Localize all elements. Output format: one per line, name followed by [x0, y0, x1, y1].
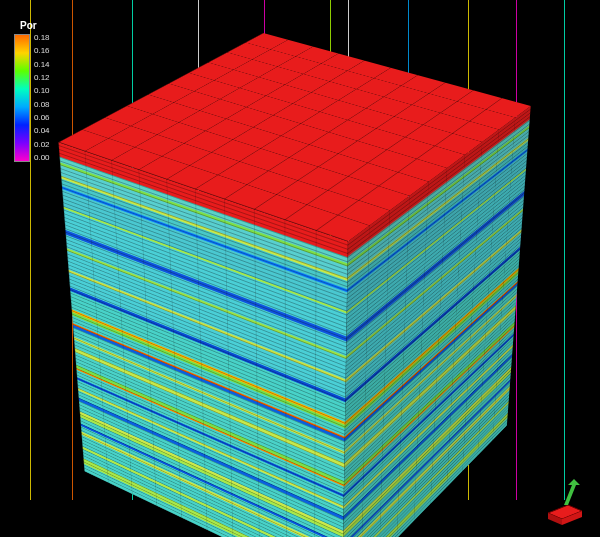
legend-ticks: 0.180.160.140.120.100.080.060.040.020.00 — [30, 34, 50, 162]
legend-tick: 0.18 — [34, 34, 50, 42]
triad-icon — [538, 475, 590, 527]
legend-title: Por — [14, 20, 72, 31]
well-line — [564, 0, 565, 500]
color-scale-legend: Por 0.180.160.140.120.100.080.060.040.02… — [14, 20, 72, 162]
scene[interactable] — [169, 111, 445, 481]
legend-gradient-bar — [14, 34, 30, 162]
orientation-triad[interactable] — [538, 475, 590, 527]
legend-tick: 0.12 — [34, 74, 50, 82]
legend-tick: 0.00 — [34, 154, 50, 162]
legend-body: 0.180.160.140.120.100.080.060.040.020.00 — [14, 34, 72, 162]
legend-tick: 0.08 — [34, 101, 50, 109]
legend-tick: 0.04 — [34, 127, 50, 135]
property-cube[interactable] — [169, 111, 445, 481]
legend-tick: 0.06 — [34, 114, 50, 122]
svg-marker-3 — [564, 479, 580, 505]
3d-viewport[interactable] — [0, 0, 600, 537]
legend-tick: 0.02 — [34, 141, 50, 149]
legend-tick: 0.14 — [34, 61, 50, 69]
legend-tick: 0.10 — [34, 87, 50, 95]
legend-tick: 0.16 — [34, 47, 50, 55]
